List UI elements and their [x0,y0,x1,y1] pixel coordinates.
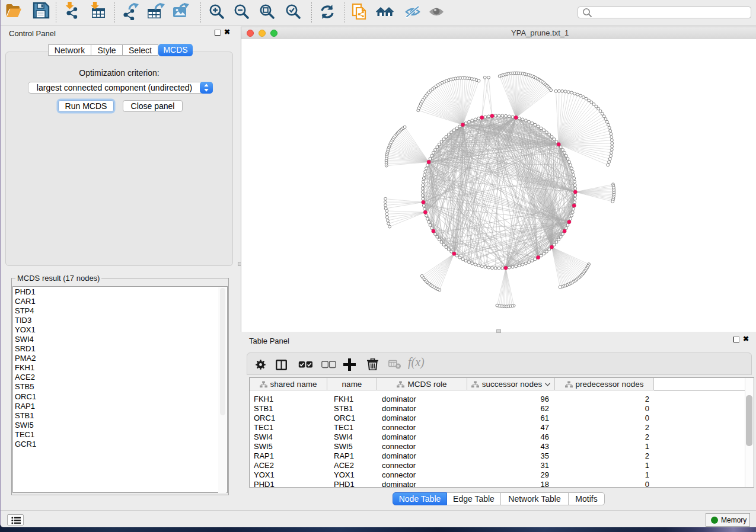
svg-text:f(x): f(x) [408,357,425,369]
